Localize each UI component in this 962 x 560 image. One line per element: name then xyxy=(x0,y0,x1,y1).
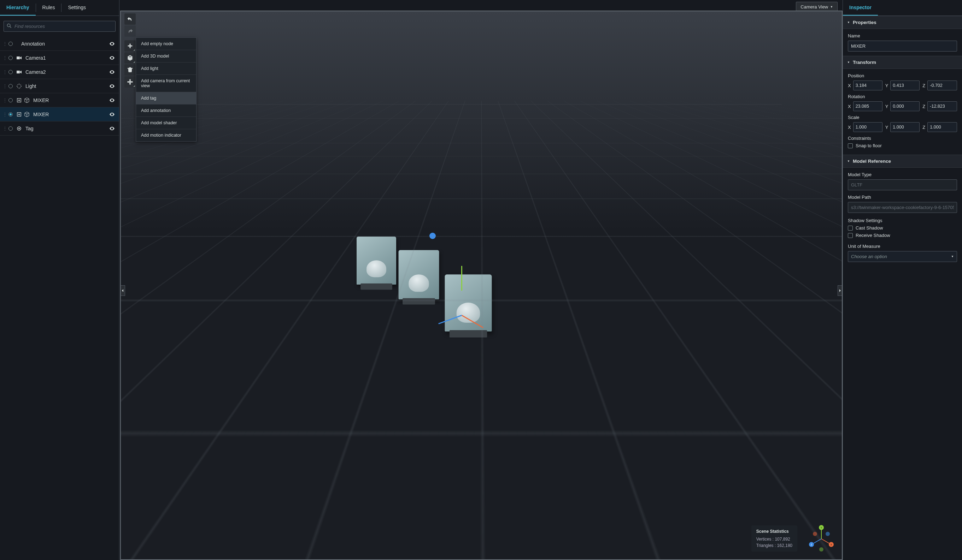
tab-inspector[interactable]: Inspector xyxy=(843,0,878,16)
tree-item-annotation[interactable]: ⋮ Annotation xyxy=(0,37,119,51)
scene-statistics: Scene Statistics Vertices : 107,892 Tria… xyxy=(751,525,797,552)
undo-button[interactable] xyxy=(124,13,136,25)
axis-label-z: Z xyxy=(922,83,925,88)
visibility-toggle-icon[interactable] xyxy=(109,111,115,117)
tree-item-light[interactable]: ⋮ Light xyxy=(0,79,119,93)
menu-add-3d-model[interactable]: Add 3D model xyxy=(136,50,196,63)
visibility-toggle-icon[interactable] xyxy=(109,69,115,75)
visibility-toggle-icon[interactable] xyxy=(109,126,115,131)
radio-select[interactable] xyxy=(8,112,13,116)
snap-to-floor-label: Snap to floor xyxy=(855,143,882,148)
svg-point-14 xyxy=(813,532,817,536)
gizmo-y-axis[interactable] xyxy=(461,266,462,291)
tab-rules[interactable]: Rules xyxy=(36,0,61,16)
expand-toggle-icon[interactable] xyxy=(16,97,22,103)
position-z-input[interactable] xyxy=(927,80,957,90)
axis-label-x: X xyxy=(848,104,851,109)
search-input-wrap[interactable] xyxy=(3,21,116,32)
cast-shadow-checkbox[interactable] xyxy=(848,225,853,230)
viewport-3d[interactable]: Add empty node Add 3D model Add light Ad… xyxy=(120,11,843,560)
receive-shadow-checkbox[interactable] xyxy=(848,233,853,238)
stats-triangles: Triangles : 162,180 xyxy=(756,543,793,548)
section-properties-header[interactable]: ▼ Properties xyxy=(843,16,962,29)
tree-item-mixer[interactable]: ⋮ MIXER xyxy=(0,93,119,107)
redo-button[interactable] xyxy=(124,26,136,37)
section-transform-header[interactable]: ▼ Transform xyxy=(843,56,962,69)
drag-handle-icon[interactable]: ⋮ xyxy=(3,41,5,46)
shadow-settings-label: Shadow Settings xyxy=(848,218,957,223)
cast-shadow-label: Cast Shadow xyxy=(855,225,883,230)
visibility-toggle-icon[interactable] xyxy=(109,55,115,61)
section-title: Model Reference xyxy=(853,159,891,164)
tab-settings[interactable]: Settings xyxy=(61,0,92,16)
drag-handle-icon[interactable]: ⋮ xyxy=(3,98,5,103)
drag-handle-icon[interactable]: ⋮ xyxy=(3,84,5,89)
scene-models xyxy=(352,230,500,344)
mixer-model[interactable] xyxy=(357,237,396,285)
position-x-input[interactable] xyxy=(853,80,883,90)
expand-toggle-icon[interactable] xyxy=(16,111,22,117)
tree-item-mixer-selected[interactable]: ⋮ MIXER xyxy=(0,107,119,121)
radio-select[interactable] xyxy=(8,126,13,130)
light-icon xyxy=(16,83,22,89)
tree-item-tag[interactable]: ⋮ Tag xyxy=(0,121,119,135)
drag-handle-icon[interactable]: ⋮ xyxy=(3,69,5,74)
add-model-button[interactable] xyxy=(124,52,136,64)
uom-select[interactable]: Choose an option ▼ xyxy=(848,251,957,262)
radio-select[interactable] xyxy=(8,42,13,46)
position-y-input[interactable] xyxy=(890,80,920,90)
axis-label-y: Y xyxy=(885,125,888,130)
name-input[interactable] xyxy=(848,40,957,51)
scale-z-input[interactable] xyxy=(927,122,957,132)
cube-icon xyxy=(24,97,30,103)
tree-item-label: Light xyxy=(26,83,109,89)
search-input[interactable] xyxy=(15,24,112,29)
orientation-gizmo[interactable]: Y X Z xyxy=(807,525,836,553)
move-tool-button[interactable] xyxy=(124,76,136,88)
section-modelref-header[interactable]: ▼ Model Reference xyxy=(843,154,962,168)
position-label: Position xyxy=(848,73,957,78)
scale-x-input[interactable] xyxy=(853,122,883,132)
rotation-z-input[interactable] xyxy=(927,101,957,111)
visibility-toggle-icon[interactable] xyxy=(109,83,115,89)
menu-add-tag[interactable]: Add tag xyxy=(136,92,196,105)
tree-item-label: Annotation xyxy=(21,41,109,47)
menu-add-light[interactable]: Add light xyxy=(136,63,196,75)
menu-add-motion-indicator[interactable]: Add motion indicator xyxy=(136,129,196,141)
rotation-x-input[interactable] xyxy=(853,101,883,111)
add-button[interactable] xyxy=(124,40,136,51)
visibility-toggle-icon[interactable] xyxy=(109,97,115,103)
stats-vertices: Vertices : 107,892 xyxy=(756,537,793,542)
tree-item-camera2[interactable]: ⋮ Camera2 xyxy=(0,65,119,79)
camera-icon xyxy=(16,55,22,61)
search-icon xyxy=(7,23,15,29)
snap-to-floor-checkbox[interactable] xyxy=(848,143,853,148)
menu-add-annotation[interactable]: Add annotation xyxy=(136,105,196,117)
radio-select[interactable] xyxy=(8,70,13,74)
menu-add-empty-node[interactable]: Add empty node xyxy=(136,38,196,50)
tree-item-camera1[interactable]: ⋮ Camera1 xyxy=(0,51,119,65)
svg-text:Y: Y xyxy=(821,526,822,529)
menu-add-camera-from-view[interactable]: Add camera from current view xyxy=(136,75,196,92)
rotation-y-input[interactable] xyxy=(890,101,920,111)
radio-select[interactable] xyxy=(8,84,13,88)
drag-handle-icon[interactable]: ⋮ xyxy=(3,55,5,60)
scene-tree: ⋮ Annotation ⋮ Camera1 ⋮ Camera2 xyxy=(0,37,119,560)
svg-point-3 xyxy=(18,128,20,129)
collapse-left-handle[interactable] xyxy=(120,285,125,296)
svg-text:X: X xyxy=(831,543,832,546)
mixer-model[interactable] xyxy=(398,250,439,299)
radio-select[interactable] xyxy=(8,56,13,60)
left-tabs: Hierarchy Rules Settings xyxy=(0,0,119,16)
camera-view-label: Camera View xyxy=(801,4,828,10)
tab-hierarchy[interactable]: Hierarchy xyxy=(0,0,36,16)
collapse-right-handle[interactable] xyxy=(838,285,843,296)
menu-add-model-shader[interactable]: Add model shader xyxy=(136,117,196,129)
mixer-model[interactable] xyxy=(445,274,492,331)
delete-button[interactable] xyxy=(124,64,136,76)
drag-handle-icon[interactable]: ⋮ xyxy=(3,126,5,131)
radio-select[interactable] xyxy=(8,98,13,102)
drag-handle-icon[interactable]: ⋮ xyxy=(3,112,5,117)
visibility-toggle-icon[interactable] xyxy=(109,41,115,47)
scale-y-input[interactable] xyxy=(890,122,920,132)
